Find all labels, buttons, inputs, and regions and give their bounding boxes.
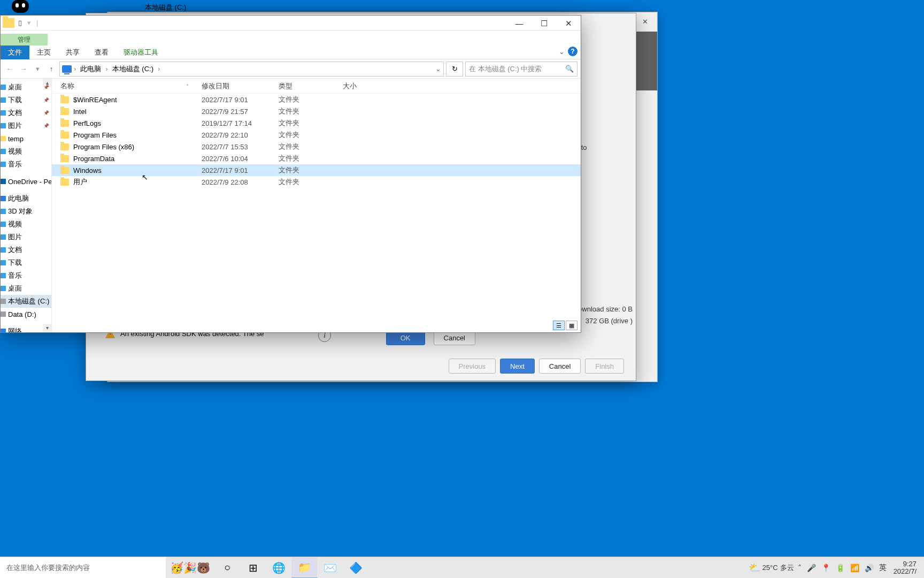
chevron-right-icon[interactable]: › — [73, 65, 77, 73]
table-row[interactable]: PerfLogs2019/12/7 17:14文件夹 — [52, 117, 581, 129]
next-button[interactable]: Next — [500, 359, 535, 374]
file-name: ProgramData — [73, 155, 114, 163]
app-icon[interactable]: 🔷 — [343, 557, 368, 579]
address-dropdown-icon[interactable]: ⌄ — [435, 65, 441, 73]
nav-music2[interactable]: 音乐 — [1, 269, 51, 282]
folder-icon — [60, 167, 69, 174]
file-date: 2022/7/7 15:53 — [193, 143, 270, 151]
cortana-icon[interactable]: ○ — [214, 557, 240, 579]
nav-music[interactable]: 音乐 — [1, 158, 51, 171]
file-name: Program Files — [73, 131, 117, 139]
ribbon-share[interactable]: 共享 — [58, 45, 87, 59]
scroll-down-icon[interactable]: ▾ — [43, 324, 51, 332]
help-icon[interactable]: ? — [568, 47, 578, 56]
table-row[interactable]: 用户2022/7/9 22:08文件夹 — [52, 176, 581, 188]
view-details-icon[interactable]: ☰ — [553, 321, 565, 330]
nav-drive-d[interactable]: Data (D:) — [1, 308, 51, 321]
close-icon[interactable]: ✕ — [556, 16, 581, 32]
chevron-right-icon[interactable]: › — [157, 65, 161, 73]
search-placeholder: 在 本地磁盘 (C:) 中搜索 — [469, 64, 542, 74]
edge-icon[interactable]: 🌐 — [266, 557, 291, 579]
volume-icon[interactable]: 🔊 — [863, 564, 875, 572]
file-name: Program Files (x86) — [73, 143, 134, 151]
cancel-button[interactable]: Cancel — [539, 359, 581, 374]
nav-3d[interactable]: 3D 对象 — [1, 205, 51, 218]
weather-icon: ⛅ — [749, 562, 760, 574]
ribbon-drive-tools[interactable]: 驱动器工具 — [116, 45, 166, 59]
nav-drive-c[interactable]: 本地磁盘 (C:) — [1, 295, 51, 308]
file-type: 文件夹 — [270, 130, 334, 140]
nav-pictures[interactable]: 图片 — [1, 119, 51, 132]
view-large-icon[interactable]: ▦ — [566, 321, 578, 330]
ime-indicator[interactable]: 英 — [877, 563, 888, 573]
up-icon[interactable]: ↑ — [45, 65, 57, 73]
nav-documents2[interactable]: 文档 — [1, 244, 51, 256]
col-date[interactable]: 修改日期 — [193, 81, 270, 91]
previous-button: Previous — [449, 359, 496, 374]
breadcrumb-pc[interactable]: 此电脑 — [78, 64, 103, 74]
nav-thispc[interactable]: 此电脑 — [1, 192, 51, 205]
ribbon-file[interactable]: 文件 — [1, 45, 29, 59]
explorer-icon[interactable]: 📁 — [291, 557, 317, 579]
nav-desktop2[interactable]: 桌面 — [1, 282, 51, 295]
table-row[interactable]: Intel2022/7/9 21:57文件夹 — [52, 105, 581, 117]
file-type: 文件夹 — [270, 142, 334, 151]
table-row[interactable]: $WinREAgent2022/7/17 9:01文件夹 — [52, 94, 581, 105]
search-input[interactable]: 在 本地磁盘 (C:) 中搜索 🔍 — [465, 62, 578, 77]
nav-downloads[interactable]: 下载 — [1, 94, 51, 107]
col-type[interactable]: 类型 — [270, 81, 334, 91]
col-size[interactable]: 大小 — [334, 81, 377, 91]
nav-videos2[interactable]: 视频 — [1, 218, 51, 231]
file-date: 2022/7/9 22:08 — [193, 178, 270, 186]
refresh-icon[interactable]: ↻ — [446, 62, 463, 77]
nav-downloads2[interactable]: 下载 — [1, 256, 51, 269]
nav-pictures2[interactable]: 图片 — [1, 231, 51, 244]
file-date: 2022/7/9 22:10 — [193, 131, 270, 139]
file-name: 用户 — [73, 177, 87, 187]
ribbon-home[interactable]: 主页 — [29, 45, 58, 59]
task-view-icon[interactable]: ⊞ — [240, 557, 266, 579]
nav-onedrive[interactable]: OneDrive - Persc — [1, 175, 51, 188]
weather-widget[interactable]: ⛅ 25°C 多云 — [749, 562, 794, 574]
col-name[interactable]: 名称˄ — [52, 81, 193, 91]
back-icon[interactable]: ← — [4, 65, 16, 73]
file-explorer-window: ▯ ▾ | 本地磁盘 (C:) — ☐ ✕ 管理 文件 主页 共享 查看 驱动器… — [0, 15, 581, 333]
ribbon: 文件 主页 共享 查看 驱动器工具 ⌄ ? — [1, 45, 581, 59]
wifi-icon[interactable]: 📶 — [849, 564, 861, 572]
tray-overflow-icon[interactable]: ˄ — [796, 564, 803, 572]
table-row[interactable]: Program Files (x86)2022/7/7 15:53文件夹 — [52, 141, 581, 153]
file-name: PerfLogs — [73, 119, 101, 127]
nav-documents[interactable]: 文档 — [1, 107, 51, 119]
folder-icon — [60, 179, 69, 186]
nav-videos[interactable]: 视频 — [1, 145, 51, 158]
file-date: 2022/7/17 9:01 — [193, 166, 270, 174]
clock[interactable]: 9:27 2022/7/ — [890, 560, 920, 575]
clock-time: 9:27 — [894, 560, 917, 568]
navigation-pane[interactable]: ▴ 桌面 下载 文档 图片 temp 视频 音乐 OneDrive - Pers… — [1, 79, 52, 332]
taskbar-search-input[interactable]: 在这里输入你要搜索的内容 — [0, 557, 166, 579]
mail-icon[interactable]: ✉️ — [317, 557, 343, 579]
recent-dropdown-icon[interactable]: ▾ — [32, 65, 43, 73]
table-row[interactable]: Windows2022/7/17 9:01文件夹 — [52, 164, 581, 176]
nav-temp[interactable]: temp — [1, 132, 51, 145]
ribbon-expand-icon[interactable]: ⌄ — [559, 48, 565, 56]
chevron-right-icon[interactable]: › — [104, 65, 109, 73]
table-row[interactable]: ProgramData2022/7/6 10:04文件夹 — [52, 153, 581, 164]
mic-icon[interactable]: 🎤 — [805, 564, 818, 572]
breadcrumb-drive[interactable]: 本地磁盘 (C:) — [110, 64, 156, 74]
file-date: 2019/12/7 17:14 — [193, 119, 270, 127]
taskbar-widgets-icon[interactable]: 🥳🎉🐻 — [166, 561, 214, 574]
qq-icon[interactable] — [12, 0, 29, 13]
qat-sep: ▾ — [25, 19, 34, 27]
qat-item[interactable]: ▯ — [16, 19, 25, 27]
minimize-icon[interactable]: — — [507, 16, 532, 32]
maximize-icon[interactable]: ☐ — [532, 16, 556, 32]
table-row[interactable]: Program Files2022/7/9 22:10文件夹 — [52, 129, 581, 141]
address-bar[interactable]: › 此电脑 › 本地磁盘 (C:) › ⌄ — [59, 62, 444, 77]
folder-icon — [60, 96, 69, 103]
file-list: 名称˄ 修改日期 类型 大小 $WinREAgent2022/7/17 9:01… — [52, 79, 581, 332]
battery-icon[interactable]: 🔋 — [834, 564, 846, 572]
location-icon[interactable]: 📍 — [820, 564, 832, 572]
manage-tab[interactable]: 管理 — [1, 34, 48, 45]
ribbon-view[interactable]: 查看 — [87, 45, 116, 59]
